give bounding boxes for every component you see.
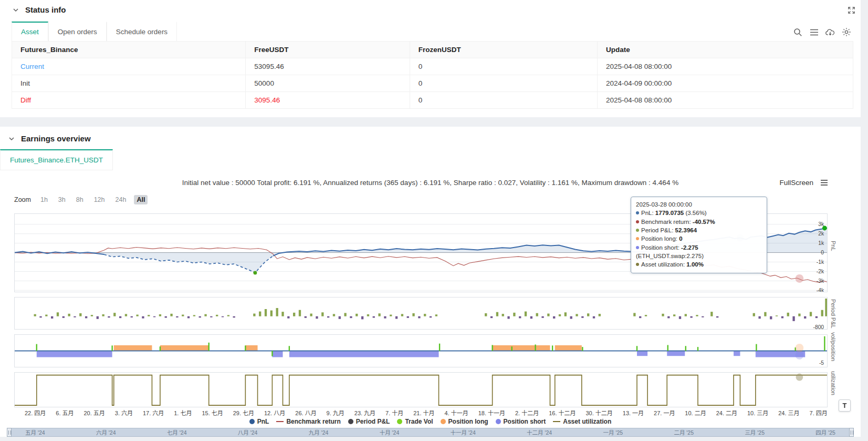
column-header: FreeUSDT [246, 42, 410, 58]
tooltip-value: 1779.0735 [655, 210, 684, 216]
cell-text: Init [20, 79, 30, 87]
table-cell: 0 [410, 58, 597, 75]
earnings-header: Earnings overview [0, 134, 861, 143]
legend-label: PnL [257, 418, 269, 425]
navigator-right-handle[interactable] [849, 428, 854, 437]
zoom-option-8h[interactable]: 8h [74, 195, 86, 204]
legend-label: Period P&L [356, 418, 390, 425]
x-axis-label: 12. 八月 [264, 408, 285, 416]
cloud-download-icon[interactable] [825, 27, 835, 37]
chart-region: 3k2k1k0-1k-2k-3k-4k -800 -5 PnL Period P… [14, 213, 828, 407]
table-cell: 2024-04-09 00:00:00 [597, 75, 853, 92]
expand-icon[interactable] [848, 6, 855, 16]
tab-open-orders[interactable]: Open orders [48, 22, 107, 41]
earnings-title: Earnings overview [21, 134, 91, 143]
tooltip-value: 0 [679, 235, 682, 242]
table-cell: 2025-04-08 08:00:00 [597, 92, 853, 109]
legend-marker [348, 419, 353, 424]
table-cell: 50000 [246, 75, 410, 92]
tooltip-row: PnL: 1779.0735 (3.56%) [636, 209, 762, 217]
x-axis-label: 16. 十二月 [549, 408, 576, 416]
zoom-option-1h[interactable]: 1h [38, 195, 50, 204]
period-axis-title: Period P&L [830, 299, 836, 329]
collapse-chevron-icon[interactable] [8, 136, 15, 142]
asset-table-body: Current53095.4602025-04-08 08:00:00Init5… [12, 58, 853, 109]
tab-schedule-orders[interactable]: Schedule orders [107, 22, 177, 41]
legend-item-position-long[interactable]: Position long [441, 418, 488, 425]
legend-label: Asset utilization [563, 418, 611, 425]
svg-text:2k: 2k [818, 231, 824, 237]
x-axis-label: 20. 五月 [83, 408, 104, 416]
navigator-month-label: 四月 '25 [815, 428, 835, 436]
chart-legend: PnLBenchmark returnPeriod P&LTrade VolPo… [0, 417, 861, 426]
svg-text:-5: -5 [819, 360, 824, 366]
tab-asset[interactable]: Asset [12, 22, 48, 41]
x-axis-label: 23. 九月 [354, 408, 375, 416]
legend-item-pnl[interactable]: PnL [249, 418, 269, 425]
fullscreen-button[interactable]: FullScreen [779, 179, 813, 187]
current-link[interactable]: Current [20, 63, 44, 70]
navigator-month-label: 三月 '25 [745, 428, 765, 436]
period-pnl-panel: -800 [14, 297, 828, 330]
tooltip-series-dot [636, 263, 639, 266]
chart-context-menu-icon[interactable] [820, 179, 828, 188]
earnings-card: Earnings overview Futures_Binance.ETH_US… [0, 127, 861, 437]
table-cell: 53095.46 [246, 58, 410, 75]
x-axis-label: 29. 七月 [233, 408, 254, 416]
vol-position-panel: -5 [14, 334, 828, 367]
legend-marker [496, 419, 501, 424]
table-cell: 2025-04-08 08:00:00 [597, 58, 853, 75]
navigator-left-handle[interactable] [7, 428, 12, 437]
svg-text:-1k: -1k [817, 259, 824, 265]
collapse-chevron-icon[interactable] [13, 7, 19, 13]
zoom-option-3h[interactable]: 3h [56, 195, 68, 204]
x-axis-label: 10. 二月 [685, 408, 706, 416]
cell-text: 50000 [254, 79, 274, 87]
cell-text: 2025-04-08 08:00:00 [606, 96, 672, 104]
navigator-month-label: 八月 '24 [238, 428, 258, 436]
zoom-option-all[interactable]: All [134, 195, 148, 204]
earnings-summary: Initial net value : 50000 Total profit: … [182, 179, 678, 187]
legend-item-asset-utilization[interactable]: Asset utilization [553, 418, 611, 425]
navigator-month-label: 十二月 '24 [527, 428, 552, 436]
table-cell: Current [12, 58, 246, 75]
x-axis-label: 2. 十二月 [515, 408, 539, 416]
filter-top-button[interactable]: T [839, 399, 851, 412]
tooltip-row: Asset utilization: 1.00% [636, 260, 762, 269]
svg-text:-2k: -2k [817, 269, 824, 274]
range-navigator[interactable]: 五月 '24六月 '24七月 '24八月 '24九月 '24十月 '24十一月 … [7, 428, 854, 437]
pnl-axis-title: PnL [830, 241, 836, 251]
zoom-option-12h[interactable]: 12h [91, 195, 108, 204]
x-axis-label: 26. 八月 [295, 408, 316, 416]
legend-item-position-short[interactable]: Position short [496, 418, 546, 425]
legend-marker [397, 419, 402, 424]
tooltip-row: Position short: -2.275 (ETH_USDT.swap:2.… [636, 243, 762, 261]
settings-gear-icon[interactable] [842, 27, 851, 37]
navigator-month-label: 六月 '24 [96, 428, 116, 436]
legend-item-benchmark-return[interactable]: Benchmark return [276, 418, 340, 425]
legend-item-trade-vol[interactable]: Trade Vol [397, 418, 433, 425]
chart-tooltip: 2025-03-28 00:00:00 PnL: 1779.0735 (3.56… [631, 197, 767, 273]
tooltip-series-dot [636, 211, 639, 214]
search-icon[interactable] [793, 27, 802, 37]
zoom-option-24h[interactable]: 24h [113, 195, 129, 204]
zoom-buttons: 1h3h8h12h24hAll [38, 195, 148, 204]
tab-futures-binance-eth-usdt[interactable]: Futures_Binance.ETH_USDT [0, 149, 113, 170]
navigator-month-label: 一月 '25 [603, 428, 623, 436]
navigator-month-label: 十月 '24 [380, 428, 400, 436]
x-axis-label: 7. 十月 [385, 408, 403, 416]
legend-marker [276, 421, 284, 422]
cell-text: 53095.46 [254, 63, 284, 70]
asset-table: Futures_BinanceFreeUSDTFrozenUSDTUpdate … [12, 41, 853, 109]
svg-text:-3k: -3k [817, 278, 824, 284]
table-row: Diff3095.4602025-04-08 08:00:00 [12, 92, 853, 109]
table-cell: 3095.46 [246, 92, 410, 109]
menu-icon[interactable] [809, 27, 819, 37]
cell-text: 2025-04-08 08:00:00 [606, 63, 672, 70]
svg-text:1k: 1k [818, 240, 824, 246]
svg-text:-4k: -4k [817, 288, 824, 292]
svg-text:-800: -800 [813, 324, 824, 329]
zoom-label: Zoom [14, 196, 31, 203]
legend-item-period-p-l[interactable]: Period P&L [348, 418, 390, 425]
table-cell: Init [12, 75, 246, 92]
